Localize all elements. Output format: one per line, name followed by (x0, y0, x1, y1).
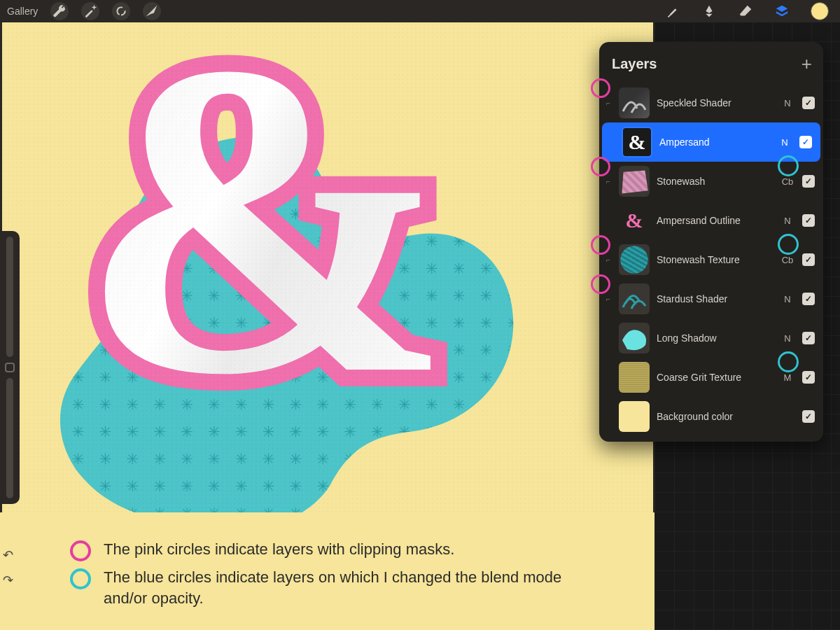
blend-mode-label[interactable]: N (780, 216, 795, 226)
blend-mode-label[interactable]: N (780, 294, 795, 304)
brush-size-slider[interactable] (6, 237, 13, 357)
select-icon[interactable] (112, 2, 130, 20)
layer-thumbnail[interactable] (619, 362, 650, 393)
layer-thumbnail[interactable]: & (622, 127, 652, 158)
layers-panel: Layers + ⌐ Speckled Shader N ✓ & Ampersa… (599, 42, 823, 442)
layer-name: Ampersand Outline (657, 215, 773, 226)
visibility-checkbox[interactable]: ✓ (802, 410, 815, 423)
undo-redo-group: ↶ ↷ (3, 547, 13, 588)
modify-button[interactable] (5, 363, 15, 372)
clip-mask-icon: ⌐ (605, 99, 612, 107)
add-layer-button[interactable]: + (802, 53, 812, 75)
smudge-icon[interactable] (701, 4, 717, 19)
legend-row-pink: The pink circles indicate layers with cl… (70, 539, 587, 561)
layer-thumbnail[interactable] (619, 166, 650, 197)
brush-icon[interactable] (665, 4, 680, 19)
toolbar-left-group: Gallery (7, 2, 161, 20)
layer-row-coarse-grit[interactable]: Coarse Grit Texture M ✓ (599, 358, 823, 397)
layers-title: Layers (612, 56, 657, 72)
layer-row-stardust-shader[interactable]: ⌐ Stardust Shader N ✓ (599, 279, 823, 318)
blend-mode-label[interactable]: N (780, 98, 795, 108)
layer-name: Long Shadow (657, 332, 773, 344)
eraser-icon[interactable] (738, 4, 753, 19)
toolbar-right-group (665, 2, 833, 20)
layers-header: Layers + (599, 50, 823, 83)
ampersand-shade: & (79, 22, 452, 442)
visibility-checkbox[interactable]: ✓ (802, 97, 815, 109)
move-icon[interactable] (143, 2, 161, 20)
clip-mask-icon: ⌐ (605, 295, 612, 303)
layer-thumbnail[interactable] (619, 244, 650, 275)
layer-thumbnail[interactable] (619, 88, 650, 118)
visibility-checkbox[interactable]: ✓ (802, 371, 815, 384)
layer-thumbnail[interactable]: & (619, 205, 650, 236)
visibility-checkbox[interactable]: ✓ (802, 332, 815, 344)
artwork: & & & (2, 22, 653, 512)
clip-mask-icon: ⌐ (605, 178, 612, 186)
legend-row-blue: The blue circles indicate layers on whic… (70, 567, 587, 608)
layer-row-stonewash[interactable]: ⌐ Stonewash Cb ✓ (599, 162, 823, 201)
layer-row-stonewash-texture[interactable]: ⌐ Stonewash Texture Cb ✓ (599, 240, 823, 279)
redo-icon[interactable]: ↷ (3, 573, 13, 588)
visibility-checkbox[interactable]: ✓ (802, 214, 815, 227)
layer-row-speckled-shader[interactable]: ⌐ Speckled Shader N ✓ (599, 83, 823, 122)
visibility-checkbox[interactable]: ✓ (802, 293, 815, 305)
layers-icon[interactable] (774, 4, 790, 19)
wrench-icon[interactable] (50, 2, 69, 20)
annotation-legend: The pink circles indicate layers with cl… (70, 539, 587, 614)
blend-mode-label[interactable]: N (777, 137, 792, 148)
legend-blue-circle-icon (70, 568, 91, 589)
layer-name: Background color (657, 411, 773, 422)
blend-mode-label[interactable]: Cb (780, 176, 795, 187)
layer-row-background[interactable]: Background color ✓ (599, 397, 823, 436)
layer-thumbnail[interactable] (619, 284, 650, 314)
color-swatch[interactable] (811, 2, 829, 20)
layer-name: Stonewash (657, 176, 773, 187)
clip-mask-icon: ⌐ (605, 256, 612, 264)
side-slider-panel (0, 231, 20, 504)
layer-name: Stonewash Texture (657, 254, 773, 265)
gallery-link[interactable]: Gallery (7, 6, 38, 17)
visibility-checkbox[interactable]: ✓ (799, 136, 812, 148)
undo-icon[interactable]: ↶ (3, 547, 13, 563)
blend-mode-label[interactable]: N (780, 333, 795, 344)
visibility-checkbox[interactable]: ✓ (802, 253, 815, 266)
layer-name: Coarse Grit Texture (657, 372, 773, 383)
wand-icon[interactable] (81, 2, 99, 20)
layer-row-long-shadow[interactable]: Long Shadow N ✓ (599, 318, 823, 358)
legend-pink-text: The pink circles indicate layers with cl… (104, 539, 454, 560)
layer-row-ampersand-outline[interactable]: & Ampersand Outline N ✓ (599, 201, 823, 240)
layer-thumbnail[interactable] (619, 401, 650, 432)
canvas[interactable]: & & & (2, 22, 653, 512)
brush-opacity-slider[interactable] (6, 378, 13, 498)
visibility-checkbox[interactable]: ✓ (802, 175, 815, 188)
layer-thumbnail[interactable] (619, 323, 650, 354)
top-toolbar: Gallery (0, 0, 840, 22)
layer-name: Stardust Shader (657, 293, 773, 304)
layer-name: Ampersand (659, 136, 770, 148)
layer-name: Speckled Shader (657, 97, 773, 108)
blend-mode-label[interactable]: M (780, 372, 795, 383)
legend-blue-text: The blue circles indicate layers on whic… (104, 567, 587, 608)
blend-mode-label[interactable]: Cb (780, 255, 795, 265)
legend-pink-circle-icon (70, 540, 91, 561)
layer-row-ampersand[interactable]: & Ampersand N ✓ (602, 122, 820, 162)
